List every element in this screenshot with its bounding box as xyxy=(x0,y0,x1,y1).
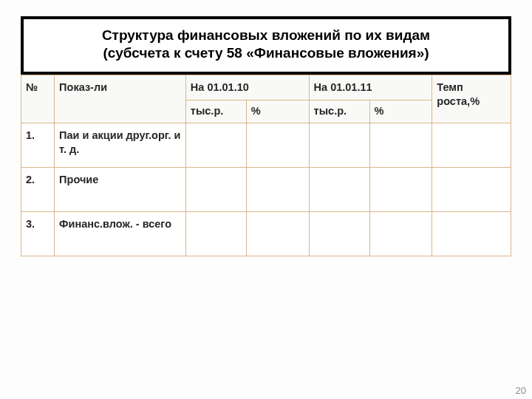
table-row: 3. Финанс.влож. - всего xyxy=(21,211,511,256)
financial-investments-table: № Показ-ли На 01.01.10 На 01.01.11 Темп … xyxy=(21,75,511,256)
cell-p1t xyxy=(185,123,246,167)
cell-label: Прочие xyxy=(55,167,186,211)
cell-p2p xyxy=(369,167,432,211)
cell-g xyxy=(432,123,511,167)
table-row: 1. Паи и акции друг.орг. и т. д. xyxy=(21,123,511,167)
cell-p1t xyxy=(185,167,246,211)
cell-p2t xyxy=(309,211,369,256)
cell-label: Финанс.влож. - всего xyxy=(55,211,186,256)
cell-p2p xyxy=(369,211,432,256)
th-p1-percent: % xyxy=(246,100,309,123)
title-line-1: Структура финансовых вложений по их вида… xyxy=(30,27,502,44)
cell-p2p xyxy=(369,123,432,167)
cell-g xyxy=(432,211,511,256)
th-period-2: На 01.01.11 xyxy=(309,75,432,100)
th-p2-thous: тыс.р. xyxy=(309,100,369,123)
th-p1-thous: тыс.р. xyxy=(185,100,246,123)
cell-p1p xyxy=(246,211,309,256)
cell-p2t xyxy=(309,123,369,167)
cell-num: 2. xyxy=(21,167,55,211)
th-indicator: Показ-ли xyxy=(55,75,186,123)
cell-g xyxy=(432,167,511,211)
th-growth-rate: Темп роста,% xyxy=(432,75,511,123)
cell-num: 3. xyxy=(21,211,55,256)
title-line-2: (субсчета к счету 58 «Финансовые вложени… xyxy=(30,44,502,62)
slide-title: Структура финансовых вложений по их вида… xyxy=(21,16,511,75)
page-number: 20 xyxy=(516,385,526,396)
cell-p1p xyxy=(246,123,309,167)
th-p2-percent: % xyxy=(369,100,432,123)
cell-p2t xyxy=(309,167,369,211)
cell-p1t xyxy=(185,211,246,256)
th-number: № xyxy=(21,75,55,123)
cell-label: Паи и акции друг.орг. и т. д. xyxy=(55,123,186,167)
cell-p1p xyxy=(246,167,309,211)
cell-num: 1. xyxy=(21,123,55,167)
table-row: 2. Прочие xyxy=(21,167,511,211)
th-period-1: На 01.01.10 xyxy=(185,75,309,100)
